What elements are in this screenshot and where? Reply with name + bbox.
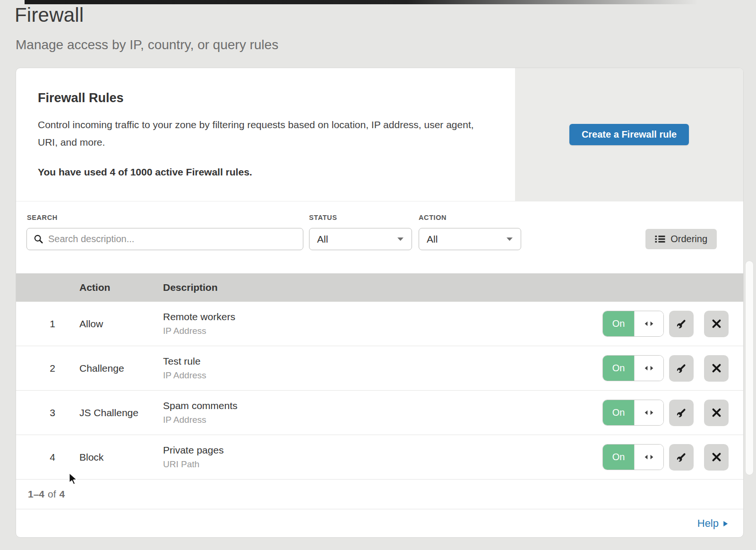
- wrench-icon: [675, 362, 688, 375]
- rule-description: Private pages: [163, 445, 602, 456]
- delete-rule-button[interactable]: [704, 400, 729, 426]
- table-header: Action Description: [16, 273, 743, 302]
- table-row: 2 Challenge Test rule IP Address On: [16, 346, 743, 391]
- left-right-arrows-icon: [643, 453, 655, 461]
- ordered-list-icon: [655, 235, 665, 244]
- toggle-handle[interactable]: [634, 400, 663, 425]
- firewall-rules-card: Firewall Rules Control incoming traffic …: [16, 68, 744, 538]
- table-row: 4 Block Private pages URI Path On: [16, 435, 743, 480]
- wrench-icon: [675, 451, 688, 463]
- overview-action-panel: Create a Firewall rule: [515, 68, 743, 201]
- rules-usage-text: You have used 4 of 1000 active Firewall …: [38, 166, 510, 178]
- rule-match-type: IP Address: [163, 370, 602, 381]
- edit-rule-button[interactable]: [669, 400, 694, 426]
- edit-rule-button[interactable]: [669, 311, 694, 337]
- search-input[interactable]: [48, 234, 296, 244]
- left-right-arrows-icon: [643, 320, 655, 328]
- toggle-handle[interactable]: [634, 311, 663, 336]
- rule-controls: On: [602, 355, 729, 382]
- action-select-value: All: [427, 234, 438, 245]
- rule-description: Test rule: [163, 356, 602, 367]
- pagination-range: 1–4: [28, 489, 44, 500]
- rule-priority: 3: [16, 407, 79, 419]
- rule-priority: 4: [16, 452, 79, 463]
- rule-priority: 1: [16, 318, 79, 330]
- status-select-value: All: [317, 234, 328, 245]
- close-icon: [712, 452, 722, 462]
- help-link[interactable]: Help: [697, 517, 728, 530]
- overview-info: Firewall Rules Control incoming traffic …: [38, 68, 510, 178]
- toggle-on-label: On: [603, 445, 634, 470]
- rule-enabled-toggle[interactable]: On: [602, 400, 664, 426]
- delete-rule-button[interactable]: [704, 311, 729, 337]
- rule-description-cell: Private pages URI Path: [163, 445, 602, 470]
- rule-action: Allow: [79, 318, 163, 330]
- pagination-of: of: [48, 489, 56, 500]
- toggle-on-label: On: [603, 400, 634, 425]
- status-label: STATUS: [309, 214, 337, 221]
- rule-controls: On: [602, 400, 729, 426]
- close-icon: [712, 319, 722, 329]
- filters-bar: SEARCH STATUS All ACTION All: [16, 201, 743, 273]
- pagination-total: 4: [60, 489, 65, 500]
- firewall-page: Firewall Manage access by IP, country, o…: [0, 0, 756, 550]
- action-column-header: Action: [79, 282, 163, 293]
- search-box[interactable]: [26, 228, 303, 250]
- right-triangle-icon: [723, 521, 728, 527]
- create-firewall-rule-button[interactable]: Create a Firewall rule: [569, 124, 689, 145]
- page-title: Firewall: [15, 4, 84, 26]
- rule-description-cell: Test rule IP Address: [163, 356, 602, 381]
- toggle-on-label: On: [603, 356, 634, 381]
- overview-title: Firewall Rules: [38, 91, 510, 105]
- toggle-on-label: On: [603, 311, 634, 336]
- rule-description: Spam comments: [163, 400, 602, 411]
- description-column-header: Description: [163, 282, 743, 293]
- rule-description: Remote workers: [163, 311, 602, 323]
- rule-enabled-toggle[interactable]: On: [602, 311, 664, 337]
- rule-match-type: IP Address: [163, 326, 602, 336]
- delete-rule-button[interactable]: [704, 444, 729, 471]
- rule-match-type: URI Path: [163, 459, 602, 470]
- rule-priority: 2: [16, 363, 79, 374]
- toggle-handle[interactable]: [634, 445, 663, 470]
- table-row: 1 Allow Remote workers IP Address On: [16, 302, 743, 346]
- search-label: SEARCH: [27, 214, 58, 221]
- left-right-arrows-icon: [643, 364, 655, 372]
- rule-controls: On: [602, 444, 729, 471]
- scrollbar[interactable]: [746, 261, 753, 475]
- close-icon: [712, 408, 722, 418]
- status-select[interactable]: All: [309, 228, 412, 250]
- close-icon: [712, 363, 722, 373]
- page-subtitle: Manage access by IP, country, or query r…: [16, 37, 278, 52]
- rule-action: Challenge: [79, 363, 163, 374]
- ordering-button-label: Ordering: [670, 234, 707, 244]
- overview-section: Firewall Rules Control incoming traffic …: [16, 68, 743, 201]
- rule-description-cell: Remote workers IP Address: [163, 311, 602, 336]
- search-icon: [34, 234, 43, 244]
- wrench-icon: [675, 406, 688, 419]
- edit-rule-button[interactable]: [669, 444, 694, 471]
- pagination-summary: 1–4 of 4: [16, 480, 743, 509]
- delete-rule-button[interactable]: [704, 355, 729, 382]
- rule-controls: On: [602, 311, 729, 337]
- ordering-button[interactable]: Ordering: [645, 229, 717, 249]
- toggle-handle[interactable]: [634, 356, 663, 381]
- chevron-down-icon: [397, 237, 404, 241]
- help-link-label: Help: [697, 517, 719, 530]
- window-top-edge: [25, 0, 719, 4]
- rule-match-type: IP Address: [163, 415, 602, 425]
- chevron-down-icon: [506, 237, 513, 241]
- rule-description-cell: Spam comments IP Address: [163, 400, 602, 425]
- rule-action: JS Challenge: [79, 407, 163, 419]
- rule-action: Block: [79, 452, 163, 463]
- rule-enabled-toggle[interactable]: On: [602, 444, 664, 470]
- rule-enabled-toggle[interactable]: On: [602, 355, 664, 381]
- action-select[interactable]: All: [419, 228, 521, 250]
- overview-description: Control incoming traffic to your zone by…: [38, 116, 487, 151]
- wrench-icon: [675, 317, 688, 330]
- action-label: ACTION: [419, 214, 447, 221]
- help-row: Help: [16, 509, 743, 538]
- edit-rule-button[interactable]: [669, 355, 694, 382]
- table-row: 3 JS Challenge Spam comments IP Address …: [16, 391, 743, 435]
- left-right-arrows-icon: [643, 409, 655, 417]
